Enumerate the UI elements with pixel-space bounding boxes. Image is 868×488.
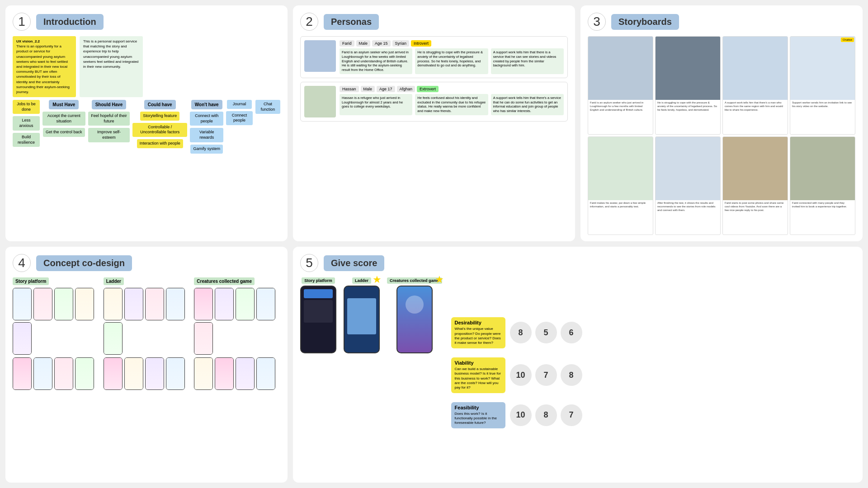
tag-farid-age: Age 15 — [372, 40, 391, 47]
ux-title: UX vision_2.2 — [16, 39, 40, 43]
storyboard-img-6 — [656, 137, 720, 200]
panel-3-number: 3 — [588, 13, 606, 31]
phone-mock-l3 — [145, 288, 164, 320]
phone-mock-2 — [33, 288, 52, 320]
phone-mock-l7 — [124, 357, 143, 390]
phone-mock-6 — [13, 357, 32, 390]
persona-farid-photo — [304, 40, 336, 72]
panel-3-header: 3 Storyboards — [588, 13, 855, 31]
phone-mock-l6 — [104, 357, 123, 390]
persona-farid-desc3: A support work tells him that there is a… — [491, 48, 564, 74]
ux-right-box: This is a personal support service that … — [80, 36, 143, 97]
sticky-build-resilience: Build resilience — [13, 133, 40, 147]
score-main-layout: Story platform ★ Ladder — [300, 277, 855, 472]
phone-mock-1 — [13, 288, 32, 320]
codesign-label-ladder: Ladder — [104, 277, 124, 285]
storyboard-text-7: Farid starts to post some photos and sha… — [723, 200, 788, 213]
tag-hassan-gender: Male — [361, 86, 375, 92]
tag-hassan-nationality: Afghan — [397, 86, 415, 92]
phone-mock-7 — [33, 357, 52, 390]
feasibility-desc: Does this work? Is it functionally possi… — [455, 412, 502, 426]
persona-hassan-tags: Hassan Male Age 17 Afghan Extrovert — [340, 86, 564, 92]
persona-hassan-desc3: A support work tells him that there's a … — [491, 94, 564, 115]
phone-mock-c4 — [256, 288, 275, 320]
panel-2-title: Personas — [324, 14, 379, 30]
persona-hassan-info: Hassan Male Age 17 Afghan Extrovert Hass… — [340, 86, 564, 117]
score-group-story: Story platform — [300, 277, 336, 353]
phone-row-ladder-2 — [104, 357, 190, 390]
col-wont: Won't have Connect with people Variable … — [190, 100, 223, 153]
panel-2-number: 2 — [300, 13, 318, 31]
intro-top-row: UX vision_2.2 There is an opportunity fo… — [13, 36, 280, 97]
storyboard-cell-6: After finishing the test, it shows the r… — [655, 136, 721, 235]
tag-hassan-name: Hassan — [340, 86, 359, 92]
storyboard-cell-5: Farid makes his avatar, put down a few s… — [588, 136, 653, 235]
panel-4-header: 4 Concept co-design — [13, 254, 280, 272]
ux-text: There is an opportunity for a product or… — [16, 44, 70, 94]
sticky-hopeful: Feel hopeful of their future — [88, 112, 130, 126]
header-wont: Won't have — [191, 100, 222, 109]
phone-row-story-1 — [13, 288, 99, 355]
panel-1-number: 1 — [13, 13, 31, 31]
phone-row-ladder-1 — [104, 288, 190, 355]
phone-mock-c3 — [236, 288, 255, 320]
ux-vision-box: UX vision_2.2 There is an opportunity fo… — [13, 36, 76, 97]
storyboard-text-6: After finishing the test, it shows the r… — [656, 200, 720, 213]
score-phone-story-content — [301, 286, 335, 325]
desirability-label: Desirability — [455, 320, 481, 325]
sticky-jobs: Jobs to be done — [13, 100, 40, 114]
star-ladder: ★ — [373, 274, 382, 286]
panel-5-number: 5 — [300, 254, 318, 272]
tag-farid-name: Farid — [340, 40, 354, 47]
codesign-group-creatures: Creatures collected game — [194, 277, 280, 476]
panel-4-title: Concept co-design — [36, 255, 132, 271]
sticky-chat: Chat function — [255, 100, 280, 114]
storyboard-img-3 — [723, 37, 788, 100]
ux-right-text: This is a personal support service that … — [83, 39, 138, 69]
tag-farid-type: Introvert — [411, 40, 431, 47]
score-phones-row: Story platform ★ Ladder — [300, 277, 442, 353]
header-must: Must Have — [49, 100, 79, 109]
score-box-desirability: Desirability What's the unique value pro… — [451, 317, 505, 348]
sticky-connect-people-2: Connect people — [226, 111, 253, 125]
sticky-less-anxious: Less anxious — [13, 116, 40, 130]
score-group-creatures: ★ Creatures collected game — [387, 277, 442, 353]
score-label-ladder-phone: Ladder — [352, 277, 371, 284]
phone-mock-c6 — [194, 357, 213, 390]
panel-give-score: 5 Give score Story platform ★ — [293, 247, 863, 483]
storyboard-cell-4: Chatbot Support worker sends him an invi… — [790, 36, 855, 135]
storyboard-text-5: Farid makes his avatar, put down a few s… — [588, 200, 653, 210]
col-must: Must Have Accept the current situation G… — [42, 100, 85, 153]
phone-mock-8 — [54, 357, 73, 390]
storyboard-cell-2: He is struggling to cope with the pressu… — [655, 36, 721, 135]
phone-row-story-2 — [13, 357, 99, 390]
phone-mock-l1 — [104, 288, 123, 320]
codesign-content: Story platform Ladder — [13, 277, 280, 476]
panel-1-title: Introduction — [36, 14, 104, 30]
codesign-group-story: Story platform — [13, 277, 99, 476]
storyboard-text-2: He is struggling to cope with the pressu… — [656, 100, 720, 113]
panel-personas: 2 Personas Farid Male Age 15 Syrian Intr… — [293, 5, 575, 241]
storyboard-cell-7: Farid starts to post some photos and sha… — [722, 136, 788, 235]
feasibility-score-2: 8 — [535, 404, 557, 426]
phone-mock-c9 — [256, 357, 275, 390]
phone-mock-l9 — [166, 357, 185, 390]
storyboard-img-1 — [588, 37, 653, 100]
star-creatures: ★ — [435, 274, 444, 286]
col-extra2: Chat function — [255, 100, 280, 153]
score-label-creatures-phone: Creatures collected game — [387, 277, 442, 284]
sticky-gamify: Gamify system — [190, 145, 223, 154]
phone-mock-9 — [75, 357, 94, 390]
score-row-desirability: Desirability What's the unique value pro… — [451, 317, 855, 348]
phone-row-creatures-1 — [194, 288, 280, 355]
phone-mock-5 — [13, 322, 32, 355]
storyboard-text-8: Farid connected with many people and the… — [790, 200, 855, 210]
feasibility-label: Feasibility — [455, 405, 479, 410]
persona-hassan-desc1: Hassan is a refugee who just arrived in … — [340, 94, 412, 115]
panel-codesign: 4 Concept co-design Story platform Ladde… — [5, 247, 288, 483]
feasibility-circles: 10 8 7 — [510, 402, 582, 428]
feasibility-score-3: 7 — [561, 404, 582, 426]
storyboard-img-7 — [723, 137, 788, 200]
score-phone-creatures — [396, 286, 433, 353]
sticky-grid: Jobs to be done Less anxious Build resil… — [13, 100, 280, 153]
